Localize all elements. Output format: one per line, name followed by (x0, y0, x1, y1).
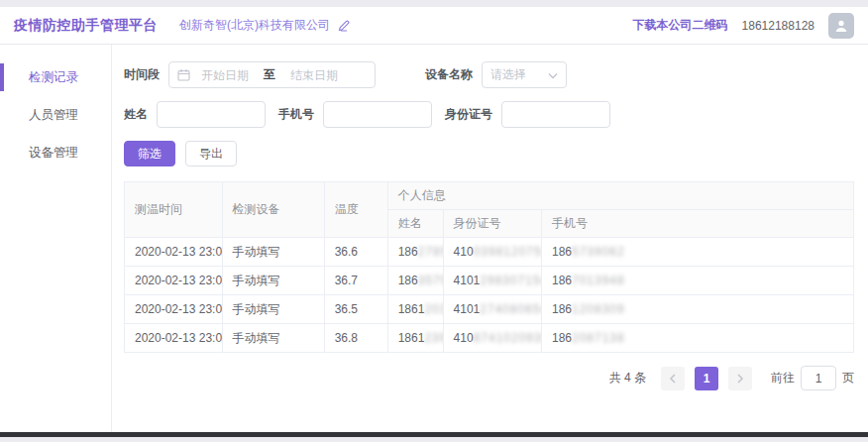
chevron-left-icon (669, 374, 677, 384)
cell-phone: 1865739062 (541, 238, 853, 267)
export-button[interactable]: 导出 (185, 141, 237, 166)
page-number-1[interactable]: 1 (695, 367, 718, 390)
start-date-input[interactable] (192, 68, 258, 82)
cell-id-number: 4101298307154 (443, 267, 541, 295)
sidebar-item-label: 人员管理 (29, 107, 78, 124)
filter-row-2: 姓名 手机号 身份证号 (124, 101, 854, 128)
cell-device: 手动填写 (222, 295, 324, 324)
col-header-device: 检测设备 (222, 182, 324, 238)
download-qr-link[interactable]: 下载本公司二维码 (633, 17, 728, 34)
phone-group: 手机号 (278, 101, 432, 128)
main-content: 时间段 至 设备名称 请选择 (112, 45, 868, 432)
cell-device: 手动填写 (222, 238, 324, 267)
cell-temperature: 36.8 (324, 324, 387, 353)
date-separator: 至 (258, 66, 281, 83)
device-name-group: 设备名称 请选择 (425, 61, 567, 88)
time-range-label: 时间段 (124, 66, 160, 83)
redacted-text: 8741020939 (474, 331, 542, 345)
redacted-text: 1208309 (572, 302, 625, 316)
redacted-text: 274080654 (480, 302, 541, 316)
cell-name: 18612390 (387, 324, 443, 353)
sidebar-item-label: 设备管理 (29, 145, 78, 162)
col-header-phone: 手机号 (541, 210, 853, 238)
cell-temperature: 36.6 (324, 238, 387, 267)
pagination: 共 4 条 1 前往 页 (124, 366, 854, 390)
records-table: 测温时间 检测设备 温度 个人信息 姓名 身份证号 手机号 2020-02-13… (124, 181, 854, 353)
redacted-text: 7013948 (572, 274, 625, 287)
company-name: 创新奇智(北京)科技有限公司 (179, 17, 330, 34)
goto-unit: 页 (842, 370, 854, 387)
sidebar-item-label: 检测记录 (29, 69, 78, 86)
redacted-text: 0398120754 (474, 245, 542, 259)
name-input[interactable] (157, 101, 266, 128)
filter-row-1: 时间段 至 设备名称 请选择 (124, 61, 854, 88)
redacted-text: 298307154 (480, 274, 541, 287)
phone-input[interactable] (323, 101, 432, 128)
sidebar-item-devices[interactable]: 设备管理 (0, 134, 111, 171)
col-header-temperature: 温度 (324, 182, 387, 238)
col-header-id-number: 身份证号 (443, 210, 541, 238)
end-date-input[interactable] (281, 68, 347, 82)
col-header-name: 姓名 (387, 210, 443, 238)
date-range-picker[interactable]: 至 (168, 61, 376, 88)
cell-time: 2020-02-13 23:05:55 (125, 324, 223, 353)
cell-name: 18627854 (387, 238, 443, 267)
col-header-time: 测温时间 (125, 182, 223, 238)
app-header: 疫情防控助手管理平台 创新奇智(北京)科技有限公司 下载本公司二维码 18612… (0, 7, 868, 45)
action-buttons: 筛选 导出 (124, 141, 854, 166)
table-row: 2020-02-13 23:06:32 手动填写 36.6 18627854 4… (125, 238, 854, 267)
user-icon (833, 18, 849, 34)
id-number-label: 身份证号 (445, 106, 492, 123)
device-name-select[interactable]: 请选择 (482, 61, 567, 88)
table-row: 2020-02-13 23:06:07 手动填写 36.5 18612036 4… (125, 295, 854, 324)
cell-device: 手动填写 (222, 267, 324, 295)
sidebar-item-detection-records[interactable]: 检测记录 (0, 58, 111, 96)
header-left: 疫情防控助手管理平台 创新奇智(北京)科技有限公司 (14, 17, 350, 35)
cell-name: 18635796 (387, 267, 443, 295)
table-header-row-1: 测温时间 检测设备 温度 个人信息 (125, 182, 854, 210)
id-number-input[interactable] (501, 101, 610, 128)
redacted-text: 27854 (418, 245, 443, 259)
cell-device: 手动填写 (222, 324, 324, 353)
body-row: 检测记录 人员管理 设备管理 时间段 至 (0, 45, 868, 432)
app-title: 疫情防控助手管理平台 (14, 17, 158, 35)
app-window: 疫情防控助手管理平台 创新奇智(北京)科技有限公司 下载本公司二维码 18612… (0, 7, 868, 437)
redacted-text: 2087138 (572, 331, 625, 345)
edit-company-icon[interactable] (338, 20, 350, 32)
total-count: 共 4 条 (609, 370, 646, 387)
prev-page-button[interactable] (661, 367, 685, 390)
chevron-right-icon (736, 374, 744, 384)
header-right: 下载本公司二维码 18612188128 (633, 13, 854, 39)
redacted-text: 2036 (424, 302, 443, 316)
name-label: 姓名 (124, 106, 148, 123)
goto-page-group: 前往 页 (771, 366, 854, 390)
cell-time: 2020-02-13 23:06:07 (125, 295, 223, 324)
cell-temperature: 36.5 (324, 295, 387, 324)
phone-label: 手机号 (278, 106, 314, 123)
cell-phone: 1867013948 (541, 267, 853, 295)
goto-page-input[interactable] (801, 366, 836, 390)
cell-temperature: 36.7 (324, 267, 387, 295)
avatar[interactable] (828, 13, 854, 39)
device-name-label: 设备名称 (425, 66, 473, 83)
redacted-text: 5739062 (572, 245, 625, 259)
filter-button[interactable]: 筛选 (124, 141, 175, 166)
next-page-button[interactable] (728, 367, 752, 390)
col-header-personal-info: 个人信息 (387, 182, 853, 210)
redacted-text: 2390 (424, 331, 443, 345)
cell-id-number: 4100398120754 (443, 238, 541, 267)
chevron-down-icon (548, 68, 558, 82)
sidebar-item-personnel[interactable]: 人员管理 (0, 96, 111, 134)
cell-time: 2020-02-13 23:06:32 (125, 238, 223, 267)
sidebar: 检测记录 人员管理 设备管理 (0, 45, 112, 432)
cell-id-number: 4108741020939 (443, 324, 541, 353)
table-row: 2020-02-13 23:05:55 手动填写 36.8 18612390 4… (125, 324, 854, 353)
table-row: 2020-02-13 23:06:17 手动填写 36.7 18635796 4… (125, 267, 854, 295)
cell-name: 18612036 (387, 295, 443, 324)
select-placeholder: 请选择 (490, 66, 526, 83)
id-number-group: 身份证号 (445, 101, 610, 128)
cell-phone: 1862087138 (541, 324, 853, 353)
redacted-text: 35796 (418, 274, 443, 287)
time-range-group: 时间段 至 (124, 61, 376, 88)
name-group: 姓名 (124, 101, 266, 128)
